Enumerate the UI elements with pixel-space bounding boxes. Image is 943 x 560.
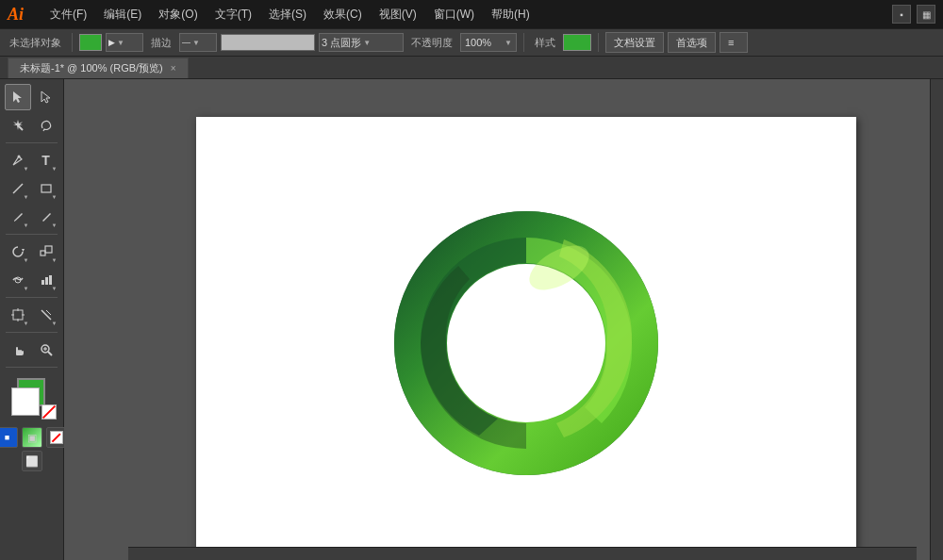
opacity-input[interactable]: 100% ▼: [460, 33, 517, 52]
tool-row-select: [2, 84, 61, 110]
stroke-preview: [221, 34, 315, 51]
graph-tool[interactable]: ▼: [33, 267, 59, 293]
tool-row-artboard: ▼ ▼: [2, 302, 61, 328]
svg-point-4: [17, 156, 20, 158]
zoom-tool[interactable]: [33, 337, 59, 363]
menu-help[interactable]: 帮助(H): [484, 5, 538, 25]
brush-tool[interactable]: ▼: [5, 204, 31, 230]
magic-wand-tool[interactable]: [5, 112, 31, 139]
right-scrollbar[interactable]: [930, 79, 943, 560]
tile-button[interactable]: ▦: [917, 5, 935, 24]
stroke-dropdown[interactable]: ▶ ▼: [106, 33, 143, 52]
select-tool[interactable]: [5, 84, 31, 110]
sep2: [523, 33, 524, 52]
tool-row-brush: ▼ ▼: [2, 204, 61, 230]
opacity-label: 不透明度: [407, 36, 456, 50]
color-mode-button[interactable]: ■: [0, 427, 18, 448]
style-label: 样式: [531, 36, 559, 50]
slice-tool[interactable]: ▼: [33, 302, 59, 328]
stroke-style-dropdown[interactable]: — ▼: [179, 33, 217, 52]
menu-edit[interactable]: 编辑(E): [96, 5, 149, 25]
svg-rect-8: [41, 251, 45, 255]
rotate-tool[interactable]: ▼: [5, 239, 31, 265]
svg-rect-13: [49, 275, 52, 285]
tool-sep-3: [6, 297, 58, 298]
canvas-page: [196, 117, 856, 560]
artboard-tool[interactable]: ▼: [5, 302, 31, 328]
tool-row-line: ▼ ▼: [2, 175, 61, 202]
toolbar: 未选择对象 ▶ ▼ 描边 — ▼ 3 点圆形 ▼ 不透明度 100% ▼ 样式 …: [0, 28, 943, 57]
toolbox-bottom: ■ ▣ ⬜: [0, 427, 63, 471]
tool-row-hand: [2, 337, 61, 363]
menu-window[interactable]: 窗口(W): [426, 5, 482, 25]
fill-color-box[interactable]: [79, 34, 102, 51]
stroke-label: 描边: [147, 36, 175, 50]
app-logo: Ai: [8, 5, 24, 25]
tool-sep-4: [6, 332, 58, 333]
title-bar: Ai 文件(F) 编辑(E) 对象(O) 文字(T) 选择(S) 效果(C) 视…: [0, 0, 943, 28]
tool-sep-1: [6, 142, 58, 143]
svg-line-5: [13, 184, 23, 193]
ring-logo: [375, 192, 677, 494]
toolbox: ▼ T ▼ ▼ ▼ ▼ ▼: [0, 79, 64, 560]
no-selection-label: 未选择对象: [6, 36, 65, 50]
title-bar-right: ▪ ▦: [892, 5, 935, 24]
bottom-scrollbar[interactable]: [128, 547, 917, 560]
svg-line-20: [46, 310, 51, 315]
svg-rect-9: [45, 246, 52, 253]
warp-tool[interactable]: ▼: [5, 267, 31, 293]
color-swatches: [11, 378, 53, 416]
direct-select-tool[interactable]: [33, 84, 59, 110]
minimize-button[interactable]: ▪: [892, 5, 911, 24]
none-swatch[interactable]: [41, 404, 57, 420]
svg-rect-12: [45, 277, 48, 285]
menu-view[interactable]: 视图(V): [372, 5, 424, 25]
document-tab[interactable]: 未标题-1* @ 100% (RGB/预览) ×: [8, 58, 189, 78]
screen-mode-row: ⬜: [22, 451, 42, 471]
scale-tool[interactable]: ▼: [33, 239, 59, 265]
canvas-area[interactable]: [64, 79, 930, 560]
menu-type[interactable]: 文字(T): [207, 5, 259, 25]
menu-select[interactable]: 选择(S): [261, 5, 314, 25]
rect-tool[interactable]: ▼: [33, 175, 59, 202]
svg-line-22: [48, 352, 52, 355]
tool-row-magic: [2, 112, 61, 139]
style-color-box[interactable]: [563, 34, 591, 51]
arrange-button[interactable]: ≡: [720, 32, 748, 53]
preferences-button[interactable]: 首选项: [668, 32, 716, 53]
svg-marker-1: [41, 91, 50, 103]
sep3: [598, 33, 599, 52]
menu-effect[interactable]: 效果(C): [316, 5, 370, 25]
main-layout: ▼ T ▼ ▼ ▼ ▼ ▼: [0, 79, 943, 560]
doc-settings-button[interactable]: 文档设置: [605, 32, 664, 53]
pencil-tool[interactable]: ▼: [33, 204, 59, 230]
gradient-mode-button[interactable]: ▣: [22, 427, 42, 448]
text-tool[interactable]: T ▼: [33, 147, 59, 173]
tab-label: 未标题-1* @ 100% (RGB/预览): [20, 61, 163, 75]
menu-object[interactable]: 对象(O): [151, 5, 205, 25]
lasso-tool[interactable]: [33, 112, 59, 139]
tab-bar: 未标题-1* @ 100% (RGB/预览) ×: [0, 57, 943, 79]
tool-sep-5: [6, 367, 58, 368]
pen-tool[interactable]: ▼: [5, 147, 31, 173]
svg-rect-14: [13, 310, 23, 320]
menu-file[interactable]: 文件(F): [42, 5, 94, 25]
svg-line-19: [41, 310, 51, 320]
tool-sep-2: [6, 234, 58, 235]
stroke-value-dropdown[interactable]: 3 点圆形 ▼: [319, 33, 404, 52]
stroke-swatch[interactable]: [11, 387, 40, 416]
line-tool[interactable]: ▼: [5, 175, 31, 202]
tool-row-warp: ▼ ▼: [2, 267, 61, 293]
svg-rect-11: [41, 280, 44, 285]
menu-bar: 文件(F) 编辑(E) 对象(O) 文字(T) 选择(S) 效果(C) 视图(V…: [42, 5, 538, 25]
sep1: [72, 33, 73, 52]
color-mode-row: ■ ▣: [0, 427, 67, 448]
tool-row-pen: ▼ T ▼: [2, 147, 61, 173]
tab-close-button[interactable]: ×: [171, 64, 176, 74]
svg-rect-6: [41, 185, 51, 192]
svg-marker-7: [22, 249, 25, 252]
hand-tool[interactable]: [5, 337, 31, 363]
svg-marker-0: [13, 91, 22, 103]
tool-row-rotate: ▼ ▼: [2, 239, 61, 265]
screen-mode-button[interactable]: ⬜: [22, 451, 42, 471]
